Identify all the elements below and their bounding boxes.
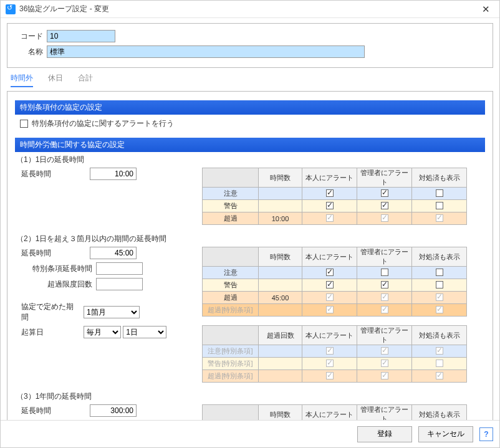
tab-holiday[interactable]: 休日 [48, 73, 63, 87]
tabs: 時間外 休日 合計 [7, 68, 493, 91]
s2-start-month-select[interactable]: 毎月 [84, 326, 121, 338]
grid-checkbox[interactable] [381, 202, 388, 209]
titlebar: 36協定グループ設定 - 変更 ✕ [1, 1, 499, 18]
grid-checkbox [326, 347, 334, 355]
special-alert-label: 特別条項付の協定に関するアラートを行う [32, 118, 174, 129]
s1-table: 時間数本人にアラート管理者にアラート対処済も表示注意警告超過10:00 [202, 168, 467, 225]
grid-checkbox[interactable] [436, 281, 443, 288]
grid-checkbox[interactable] [436, 202, 443, 209]
grid-checkbox [326, 214, 334, 222]
s2-period-select[interactable]: 1箇月 [84, 306, 140, 318]
s3-ext-label: 延長時間 [15, 406, 90, 416]
grid-checkbox [381, 360, 388, 367]
s2-title: （2）1日を超え３箇月以内の期間の延長時間 [16, 234, 485, 244]
code-input[interactable] [47, 30, 115, 42]
s2-start-label: 起算日 [15, 327, 84, 338]
s2-cnt-input[interactable] [96, 278, 143, 290]
close-icon[interactable]: ✕ [477, 4, 494, 15]
grid-checkbox [326, 372, 334, 379]
s2-ext-input[interactable] [90, 247, 137, 259]
s2-table: 時間数本人にアラート管理者にアラート対処済も表示注意警告超過45:00超過[特別… [202, 247, 467, 317]
grid-checkbox[interactable] [436, 269, 443, 276]
footer: 登録 キャンセル ? [1, 420, 499, 447]
grid-checkbox [381, 214, 388, 222]
special-alert-checkbox[interactable] [20, 120, 28, 128]
grid-checkbox[interactable] [326, 189, 334, 197]
s2-cnt-label: 超過限度回数 [15, 279, 96, 290]
grid-checkbox[interactable] [381, 281, 388, 288]
s1-ext-label: 延長時間 [15, 169, 90, 179]
settings-panel: 特別条項付の協定の設定 特別条項付の協定に関するアラートを行う 時間外労働に関す… [7, 91, 493, 420]
grid-checkbox[interactable] [381, 269, 388, 276]
s2-ext-label: 延長時間 [15, 248, 90, 259]
grid-checkbox [436, 360, 443, 367]
grid-checkbox[interactable] [381, 189, 388, 197]
cancel-button[interactable]: キャンセル [418, 426, 473, 442]
s1-ext-input[interactable] [90, 168, 137, 180]
name-input[interactable] [47, 45, 365, 58]
content: コード 名称 時間外 休日 合計 特別条項付の協定の設定 特別条項付の協定に関す… [1, 18, 499, 420]
grid-checkbox[interactable] [326, 281, 334, 288]
code-label: コード [15, 31, 43, 42]
help-icon[interactable]: ? [479, 427, 493, 441]
section-special: 特別条項付の協定の設定 [15, 100, 485, 115]
s2-sp-label: 特別条項延長時間 [15, 264, 96, 274]
s2-sp-input[interactable] [96, 262, 143, 275]
s2-period-label: 協定で定めた期間 [15, 302, 84, 323]
grid-checkbox[interactable] [436, 189, 443, 197]
grid-checkbox [381, 293, 388, 301]
s1-title: （1）1日の延長時間 [16, 155, 485, 165]
s3-table: 時間数本人にアラート管理者にアラート対処済も表示注意警告超過300:00超過[特… [202, 404, 467, 420]
grid-checkbox [326, 360, 334, 367]
grid-checkbox [326, 306, 334, 313]
grid-checkbox [436, 293, 443, 301]
s2b-table: 超過回数本人にアラート管理者にアラート対処済も表示注意[特別条項]警告[特別条項… [202, 325, 467, 383]
grid-checkbox [381, 347, 388, 355]
s3-title: （3）1年間の延長時間 [16, 391, 485, 402]
grid-checkbox [436, 306, 443, 313]
submit-button[interactable]: 登録 [357, 426, 412, 442]
window: 36協定グループ設定 - 変更 ✕ コード 名称 時間外 休日 合計 特別条項付… [0, 0, 500, 448]
tab-overtime[interactable]: 時間外 [11, 73, 33, 87]
app-icon [6, 4, 16, 14]
grid-checkbox [436, 214, 443, 222]
s2-start-day-select[interactable]: 1日 [123, 326, 166, 338]
s3-ext-input[interactable] [90, 404, 137, 417]
grid-checkbox [436, 372, 443, 379]
grid-checkbox [326, 293, 334, 301]
section-overtime: 時間外労働に関する協定の設定 [15, 138, 485, 152]
grid-checkbox [381, 372, 388, 379]
grid-checkbox [381, 306, 388, 313]
tab-total[interactable]: 合計 [78, 73, 93, 87]
grid-checkbox[interactable] [326, 269, 334, 276]
header-panel: コード 名称 [7, 23, 493, 68]
name-label: 名称 [15, 47, 43, 57]
grid-checkbox [436, 347, 443, 355]
grid-checkbox[interactable] [326, 202, 334, 209]
window-title: 36協定グループ設定 - 変更 [19, 4, 477, 14]
